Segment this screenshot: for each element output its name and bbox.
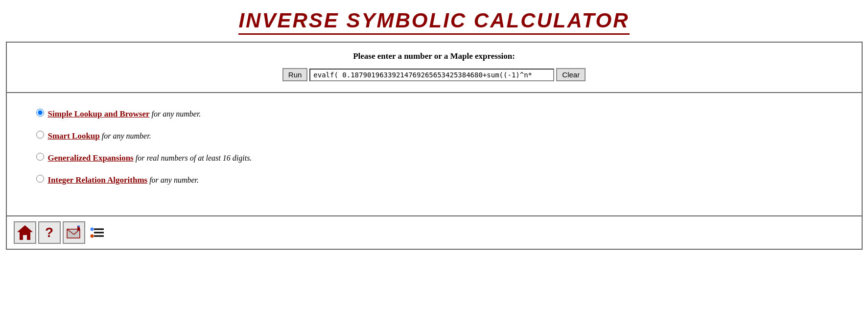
expression-input[interactable] <box>309 69 554 81</box>
question-mark-icon: ? <box>45 225 53 240</box>
input-label: Please enter a number or a Maple express… <box>17 51 852 61</box>
option-desc-1: for any number. <box>149 110 201 118</box>
option-desc-3: for real numbers of at least 16 digits. <box>134 154 252 162</box>
option-radio-2[interactable] <box>36 131 44 139</box>
title-bar: INVERSE SYMBOLIC CALCULATOR <box>6 4 863 42</box>
footer-section: ? <box>7 216 862 249</box>
option-label-3[interactable]: Generalized Expansions for real numbers … <box>48 153 252 163</box>
option-item-3: Generalized Expansions for real numbers … <box>36 152 842 163</box>
input-row: Run Clear <box>17 68 852 81</box>
option-radio-1[interactable] <box>36 109 44 117</box>
main-container: Please enter a number or a Maple express… <box>6 42 863 250</box>
svg-point-4 <box>78 225 80 227</box>
mail-button[interactable] <box>63 221 85 244</box>
option-link-3[interactable]: Generalized Expansions <box>48 153 134 163</box>
svg-point-8 <box>90 228 94 231</box>
option-desc-4: for any number. <box>147 176 199 184</box>
option-radio-3[interactable] <box>36 153 44 161</box>
run-button[interactable]: Run <box>282 68 308 81</box>
option-link-4[interactable]: Integer Relation Algorithms <box>48 175 148 185</box>
option-link-2[interactable]: Smart Lookup <box>48 131 100 141</box>
option-item-4: Integer Relation Algorithms for any numb… <box>36 174 842 185</box>
option-link-1[interactable]: Simple Lookup and Browser <box>48 109 150 119</box>
page-wrapper: INVERSE SYMBOLIC CALCULATOR Please enter… <box>6 4 863 250</box>
option-label-2[interactable]: Smart Lookup for any number. <box>48 131 151 141</box>
home-roof <box>17 225 33 232</box>
page-title: INVERSE SYMBOLIC CALCULATOR <box>238 9 629 35</box>
svg-point-9 <box>90 235 94 238</box>
home-body <box>20 232 30 240</box>
home-door <box>23 235 27 240</box>
option-item-1: Simple Lookup and Browser for any number… <box>36 108 842 119</box>
options-section: Simple Lookup and Browser for any number… <box>7 93 862 216</box>
option-item-2: Smart Lookup for any number. <box>36 130 842 141</box>
option-label-4[interactable]: Integer Relation Algorithms for any numb… <box>48 175 199 185</box>
option-radio-4[interactable] <box>36 175 44 183</box>
help-button[interactable]: ? <box>38 221 61 244</box>
list-icon <box>89 224 107 241</box>
list-icon-wrapper[interactable] <box>89 224 107 241</box>
option-label-1[interactable]: Simple Lookup and Browser for any number… <box>48 109 201 119</box>
input-section: Please enter a number or a Maple express… <box>7 43 862 93</box>
mail-icon <box>66 224 82 241</box>
option-desc-2: for any number. <box>100 132 151 140</box>
home-icon <box>17 225 33 240</box>
home-button[interactable] <box>14 221 36 244</box>
clear-button[interactable]: Clear <box>556 68 586 81</box>
